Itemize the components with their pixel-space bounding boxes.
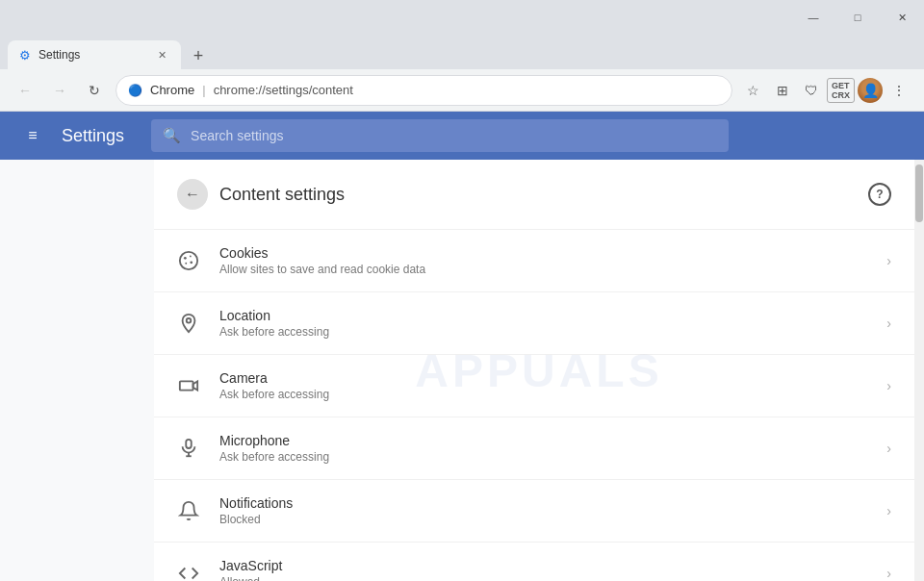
settings-header-title: Settings [62, 126, 124, 146]
microphone-subtitle: Ask before accessing [219, 450, 867, 464]
cookies-title: Cookies [219, 245, 867, 261]
hamburger-icon[interactable]: ≡ [15, 118, 50, 153]
svg-point-1 [184, 257, 187, 260]
help-icon[interactable]: ? [868, 183, 891, 206]
sidebar [0, 160, 154, 581]
title-bar: — □ ✕ [0, 0, 924, 35]
javascript-arrow: › [886, 566, 891, 581]
address-bar: ← → ↻ 🔵 Chrome | chrome://settings/conte… [0, 69, 924, 112]
get-crx-button[interactable]: GETCRX [827, 78, 855, 103]
location-title: Location [219, 308, 867, 323]
search-bar[interactable]: 🔍 Search settings [151, 119, 729, 152]
camera-icon [177, 375, 200, 396]
chrome-menu-icon[interactable]: ⋮ [886, 77, 912, 104]
search-placeholder: Search settings [191, 128, 284, 143]
svg-rect-8 [186, 440, 192, 448]
svg-marker-7 [193, 381, 198, 390]
tab-bar: ⚙ Settings ✕ + [0, 35, 924, 69]
location-text: Location Ask before accessing [219, 308, 867, 339]
content-area: APPUALS ← Content settings ? [154, 160, 924, 581]
url-separator: | [202, 83, 205, 97]
microphone-text: Microphone Ask before accessing [219, 433, 867, 464]
javascript-item[interactable]: JavaScript Allowed › [154, 543, 914, 581]
svg-rect-6 [180, 381, 193, 390]
scrollbar[interactable] [914, 160, 924, 581]
svg-point-5 [187, 318, 192, 323]
microphone-icon [177, 438, 200, 459]
search-icon: 🔍 [163, 127, 181, 144]
url-bar[interactable]: 🔵 Chrome | chrome://settings/content [116, 75, 732, 106]
back-button[interactable]: ← [12, 77, 38, 104]
content-header: ← Content settings ? [154, 160, 914, 230]
svg-point-3 [190, 261, 192, 264]
back-button[interactable]: ← [177, 179, 208, 210]
location-arrow: › [886, 316, 891, 331]
content-header-left: ← Content settings [177, 179, 345, 210]
camera-subtitle: Ask before accessing [219, 388, 867, 401]
refresh-button[interactable]: ↻ [81, 77, 108, 104]
camera-title: Camera [219, 370, 867, 386]
content-settings: ← Content settings ? [154, 160, 924, 581]
main-content: APPUALS ← Content settings ? [0, 160, 924, 581]
forward-button[interactable]: → [46, 77, 73, 104]
cookies-arrow: › [886, 253, 891, 268]
svg-point-2 [190, 256, 192, 258]
javascript-icon [177, 563, 200, 581]
new-tab-button[interactable]: + [185, 42, 212, 69]
minimize-button[interactable]: — [791, 0, 835, 35]
settings-header: ≡ Settings 🔍 Search settings [0, 112, 924, 160]
scrollbar-thumb[interactable] [915, 164, 923, 222]
notifications-item[interactable]: Notifications Blocked › [154, 480, 914, 543]
star-icon[interactable]: ☆ [740, 77, 767, 104]
microphone-arrow: › [886, 441, 891, 456]
microphone-item[interactable]: Microphone Ask before accessing › [154, 417, 914, 480]
url-path: chrome://settings/content [214, 83, 353, 97]
cookies-icon [177, 250, 200, 271]
camera-text: Camera Ask before accessing [219, 370, 867, 401]
page-title: Content settings [219, 185, 345, 205]
notifications-subtitle: Blocked [219, 513, 867, 526]
svg-point-4 [185, 263, 187, 265]
tab-favicon: ⚙ [19, 48, 31, 63]
cookies-item[interactable]: Cookies Allow sites to save and read coo… [154, 230, 914, 292]
location-item[interactable]: Location Ask before accessing › [154, 292, 914, 355]
close-button[interactable]: ✕ [880, 0, 924, 35]
camera-arrow: › [886, 378, 891, 393]
url-site: Chrome [150, 83, 194, 97]
tab-close-button[interactable]: ✕ [154, 47, 169, 63]
microphone-title: Microphone [219, 433, 867, 448]
svg-point-0 [180, 252, 197, 269]
notifications-title: Notifications [219, 495, 867, 511]
url-favicon: 🔵 [128, 84, 142, 97]
javascript-text: JavaScript Allowed [219, 558, 867, 581]
settings-list: Cookies Allow sites to save and read coo… [154, 230, 914, 581]
location-subtitle: Ask before accessing [219, 325, 867, 339]
notifications-arrow: › [886, 503, 891, 518]
toolbar-icons: ☆ ⊞ 🛡 GETCRX 👤 ⋮ [740, 77, 912, 104]
location-icon [177, 313, 200, 334]
javascript-title: JavaScript [219, 558, 867, 573]
window-controls: — □ ✕ [791, 0, 924, 35]
notifications-icon [177, 500, 200, 521]
settings-tab[interactable]: ⚙ Settings ✕ [8, 40, 181, 69]
tab-title: Settings [38, 48, 146, 62]
extensions-icon[interactable]: ⊞ [769, 77, 796, 104]
maximize-button[interactable]: □ [835, 0, 880, 35]
cookies-text: Cookies Allow sites to save and read coo… [219, 245, 867, 276]
javascript-subtitle: Allowed [219, 575, 867, 581]
shield-icon[interactable]: 🛡 [798, 77, 825, 104]
notifications-text: Notifications Blocked [219, 495, 867, 526]
cookies-subtitle: Allow sites to save and read cookie data [219, 263, 867, 276]
camera-item[interactable]: Camera Ask before accessing › [154, 355, 914, 417]
avatar[interactable]: 👤 [857, 77, 884, 104]
